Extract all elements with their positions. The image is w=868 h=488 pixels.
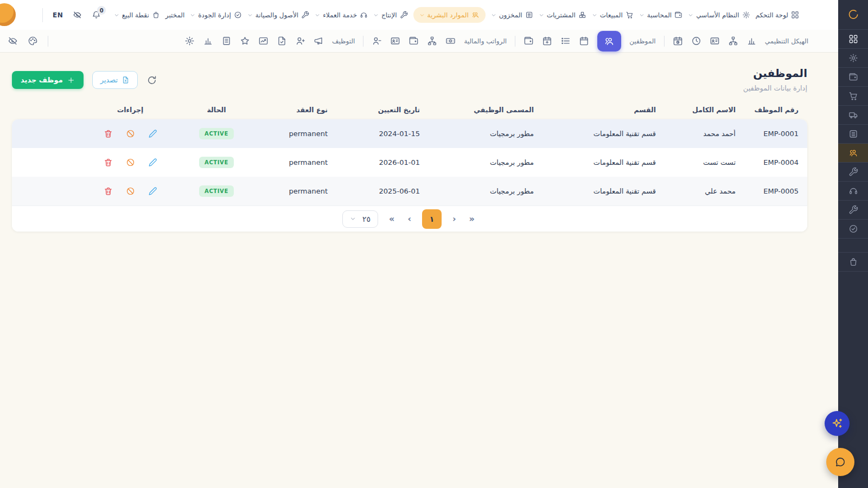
ai-assistant-button[interactable] [825, 411, 850, 436]
cell-contract-type: permanent [254, 130, 336, 138]
sidebar-item-accounting[interactable] [838, 68, 868, 87]
bar-chart-icon[interactable] [203, 36, 213, 46]
status-badge: ACTIVE [199, 128, 234, 139]
calendar-plus-icon[interactable] [542, 36, 552, 46]
nav-label: إدارة الجودة [198, 11, 231, 19]
sidebar-item-sales[interactable] [838, 87, 868, 106]
export-button[interactable]: تصدير [92, 71, 138, 89]
eye-off-icon[interactable] [73, 10, 82, 20]
notifications-button[interactable]: 0 [92, 10, 101, 20]
megaphone-icon[interactable] [314, 36, 324, 46]
deactivate-icon[interactable] [126, 187, 135, 196]
nav-customer-service[interactable]: خدمة العملاء [315, 11, 368, 19]
delete-icon[interactable] [104, 187, 113, 196]
nav-sales[interactable]: المبيعات [592, 11, 634, 19]
people-icon [848, 148, 858, 158]
sidebar-item-customer-service[interactable] [838, 182, 868, 201]
sidebar-loading [838, 0, 868, 30]
edit-icon[interactable] [148, 187, 157, 196]
wallet-icon[interactable] [409, 36, 419, 46]
calendar-icon[interactable] [579, 36, 589, 46]
eye-off-icon[interactable] [8, 36, 18, 46]
sidebar-item-inventory[interactable] [838, 125, 868, 144]
last-page-button[interactable]: » [467, 214, 477, 224]
wallet-icon[interactable] [524, 36, 534, 46]
people-icon [471, 11, 480, 19]
prev-page-button[interactable]: ‹ [405, 214, 413, 224]
person-minus-icon[interactable] [372, 36, 382, 46]
chevron-down-icon [491, 12, 496, 18]
clock-icon[interactable] [691, 36, 701, 46]
cart-icon [848, 91, 858, 101]
person-plus-icon[interactable] [295, 36, 305, 46]
toolbar-group-recruitment: التوظيف [332, 37, 355, 45]
first-page-button[interactable]: « [387, 214, 397, 224]
doc-check-icon[interactable] [277, 36, 287, 46]
sidebar-item-dashboard[interactable] [838, 30, 868, 49]
nav-accounting[interactable]: المحاسبة [639, 11, 682, 19]
chat-bubble-icon [834, 456, 846, 468]
language-switch[interactable]: EN [53, 11, 63, 19]
edit-icon[interactable] [148, 158, 157, 167]
grid-icon [791, 11, 799, 19]
current-page-button[interactable]: ١ [422, 209, 442, 229]
toolbar-utilities [8, 36, 48, 47]
page-size-select[interactable]: ٢٥ [342, 210, 378, 228]
table-row[interactable]: EMP-0005 محمد علي قسم تقنية المعلومات مط… [12, 177, 807, 206]
cell-hire-date: 2025-06-01 [336, 187, 429, 195]
table-row[interactable]: EMP-0004 تست تست قسم تقنية المعلومات مطو… [12, 148, 807, 177]
deactivate-icon[interactable] [126, 129, 135, 138]
status-badge: ACTIVE [199, 157, 234, 168]
nav-hr-active[interactable]: الموارد البشرية [413, 7, 486, 23]
employees-active-button[interactable] [597, 31, 621, 52]
table-row[interactable]: EMP-0001 أحمد محمد قسم تقنية المعلومات م… [12, 119, 807, 148]
nav-inventory[interactable]: المخزون [491, 11, 533, 19]
trending-chart-icon[interactable] [258, 36, 269, 46]
nav-laboratory[interactable]: المختبر [165, 11, 185, 19]
delete-icon[interactable] [104, 129, 113, 138]
calendar-clock-icon[interactable] [673, 36, 683, 46]
sitemap-icon[interactable] [427, 36, 437, 46]
edit-icon[interactable] [148, 129, 157, 138]
nav-dashboard[interactable]: لوحة التحكم [756, 11, 800, 19]
refresh-button[interactable] [146, 75, 157, 86]
next-page-button[interactable]: › [450, 214, 458, 224]
sidebar-item-purchases[interactable] [838, 106, 868, 125]
sidebar-item-production[interactable] [838, 163, 868, 182]
wrench-icon [301, 11, 309, 19]
sitemap-icon[interactable] [728, 36, 738, 46]
nav-core-system[interactable]: النظام الأساسي [688, 11, 750, 19]
book-icon[interactable] [221, 36, 232, 46]
list-icon[interactable] [560, 36, 571, 46]
nav-production[interactable]: الإنتاج [373, 11, 408, 19]
nav-quality[interactable]: إدارة الجودة [190, 11, 241, 19]
sidebar-item-pos[interactable] [838, 253, 868, 272]
truck-icon [848, 110, 858, 120]
wrench-icon [400, 11, 408, 19]
banknote-icon[interactable] [445, 36, 456, 46]
wrench-icon [848, 205, 858, 215]
topbar-utilities: 0 EN [18, 8, 101, 22]
sidebar-item-core-system[interactable] [838, 49, 868, 68]
sidebar-item-hr[interactable] [838, 144, 868, 163]
bar-chart-icon[interactable] [746, 36, 757, 46]
sidebar-item-maintenance[interactable] [838, 201, 868, 220]
star-icon[interactable] [240, 36, 250, 46]
sidebar-item-quality[interactable] [838, 220, 868, 239]
gear-icon[interactable] [184, 36, 195, 46]
employees-table: رقم الموظف الاسم الكامل القسم المسمى الو… [0, 92, 838, 232]
nav-assets-maintenance[interactable]: الأصول والصيانة [247, 11, 309, 19]
nav-purchases[interactable]: المشتريات [539, 11, 586, 19]
id-card-icon[interactable] [390, 36, 400, 46]
cell-hire-date: 2024-01-15 [336, 130, 429, 138]
id-card-icon[interactable] [710, 36, 720, 46]
palette-icon[interactable] [28, 36, 38, 46]
new-employee-button[interactable]: موظف جديد [12, 71, 84, 89]
gear-icon [742, 11, 750, 19]
deactivate-icon[interactable] [126, 158, 135, 167]
nav-label: نقطة البيع [122, 11, 149, 19]
nav-pos[interactable]: نقطة البيع [114, 11, 160, 19]
cell-job-title: مطور برمجيات [429, 130, 542, 138]
chat-button[interactable] [826, 448, 854, 476]
delete-icon[interactable] [104, 158, 113, 167]
